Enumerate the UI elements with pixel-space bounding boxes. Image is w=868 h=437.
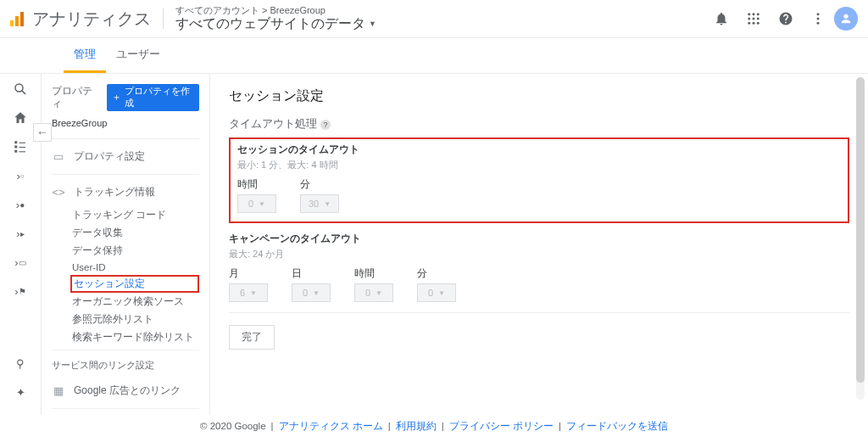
label-hour2: 時間 <box>354 267 393 280</box>
logo[interactable]: アナリティクス <box>10 8 151 31</box>
breadcrumb-small: すべてのアカウント > BreezeGroup <box>175 5 376 16</box>
footer-feedback[interactable]: フィードバックを送信 <box>566 420 668 433</box>
footer-terms[interactable]: 利用規約 <box>396 420 437 433</box>
help-dot-icon[interactable]: ? <box>320 120 331 130</box>
sidebar-item-tracking[interactable]: <>トラッキング情報 <box>42 178 209 206</box>
svg-point-13 <box>817 18 820 20</box>
svg-rect-23 <box>19 151 26 152</box>
session-timeout-hint: 最小: 1 分、最大: 4 時間 <box>237 159 841 171</box>
sub-user-id[interactable]: User-ID <box>42 260 209 275</box>
attribution-icon[interactable]: ⚲ <box>12 355 29 372</box>
label-min: 分 <box>300 178 339 191</box>
footer-home[interactable]: アナリティクス ホーム <box>279 420 383 433</box>
link-section-label: サービス間のリンク設定 <box>42 354 209 377</box>
behavior-icon[interactable]: ›▭ <box>12 254 29 271</box>
chevron-down-icon: ▼ <box>369 20 376 28</box>
campaign-timeout-title: キャンペーンのタイムアウト <box>229 232 849 246</box>
analytics-logo-icon <box>10 11 25 26</box>
session-timeout-title: セッションのタイムアウト <box>237 143 841 157</box>
subtabs: 管理 ユーザー <box>0 37 868 73</box>
app-title: アナリティクス <box>32 8 151 31</box>
svg-point-15 <box>843 14 848 19</box>
divider <box>163 8 164 29</box>
svg-rect-2 <box>20 12 24 26</box>
chevron-down-icon: ▼ <box>313 289 320 297</box>
acquisition-icon[interactable]: ›▸ <box>12 225 29 242</box>
tab-admin[interactable]: 管理 <box>64 38 106 73</box>
svg-point-7 <box>753 18 755 20</box>
breadcrumb[interactable]: すべてのアカウント > BreezeGroup すべてのウェブサイトのデータ▼ <box>175 5 376 31</box>
chevron-down-icon: ▼ <box>324 200 331 208</box>
campaign-month-dropdown[interactable]: 6▼ <box>229 283 268 302</box>
svg-point-6 <box>748 18 750 20</box>
done-button[interactable]: 完了 <box>229 325 275 350</box>
back-button[interactable]: ← <box>33 123 52 142</box>
scrollbar-thumb[interactable] <box>856 77 865 383</box>
settings-icon: ▭ <box>52 150 65 164</box>
bell-icon[interactable] <box>712 9 731 28</box>
sub-data-collection[interactable]: データ収集 <box>42 224 209 242</box>
svg-point-14 <box>817 22 820 25</box>
audience-icon[interactable]: ›● <box>12 196 29 213</box>
apps-icon[interactable] <box>744 9 763 28</box>
session-timeout-group: セッションのタイムアウト 最小: 1 分、最大: 4 時間 時間 0▼ 分 30… <box>229 137 849 223</box>
label-day: 日 <box>292 267 331 280</box>
customization-icon[interactable] <box>12 138 29 155</box>
sidebar-item-ads[interactable]: ▦Google 広告とのリンク <box>42 377 209 405</box>
sidebar-item-settings[interactable]: ▭プロパティ設定 <box>42 143 209 171</box>
session-min-dropdown[interactable]: 30▼ <box>300 194 339 213</box>
ads-icon: ▦ <box>52 384 65 398</box>
sub-session-settings[interactable]: セッション設定 <box>70 275 199 293</box>
svg-point-9 <box>748 22 750 25</box>
create-property-button[interactable]: ＋プロパティを作成 <box>107 84 199 111</box>
realtime-icon[interactable]: ›○ <box>12 167 29 184</box>
sub-tracking-code[interactable]: トラッキング コード <box>42 206 209 224</box>
label-month: 月 <box>229 267 268 280</box>
discover-icon[interactable]: ✦ <box>12 384 29 401</box>
more-icon[interactable] <box>809 9 827 28</box>
main: ›○ ›● ›▸ ›▭ ›⚑ ⚲ ✦ ← プロパティ ＋プロパティを作成 Bre… <box>0 73 868 429</box>
campaign-day-dropdown[interactable]: 0▼ <box>292 283 331 302</box>
svg-point-12 <box>817 13 820 15</box>
svg-rect-21 <box>19 143 26 143</box>
content: セッション設定 タイムアウト処理? セッションのタイムアウト 最小: 1 分、最… <box>210 74 868 429</box>
svg-rect-19 <box>14 146 17 148</box>
svg-point-4 <box>753 13 755 15</box>
property-name[interactable]: BreezeGroup <box>42 115 209 135</box>
campaign-timeout-group: キャンペーンのタイムアウト 最大: 24 か月 月 6▼ 日 0▼ 時間 0▼ … <box>229 223 849 313</box>
chevron-down-icon: ▼ <box>250 289 257 297</box>
code-icon: <> <box>52 186 65 199</box>
chevron-down-icon: ▼ <box>376 289 382 297</box>
copyright: © 2020 Google <box>200 421 266 431</box>
footer: © 2020 Google | アナリティクス ホーム | 利用規約 | プライ… <box>0 415 868 437</box>
label-hour: 時間 <box>237 178 276 191</box>
section-timeout: タイムアウト処理? <box>229 112 849 141</box>
search-icon[interactable] <box>12 81 29 98</box>
session-hour-dropdown[interactable]: 0▼ <box>237 194 276 213</box>
topbar: アナリティクス すべてのアカウント > BreezeGroup すべてのウェブサ… <box>0 0 868 37</box>
sub-data-retention[interactable]: データ保持 <box>42 242 209 260</box>
svg-rect-1 <box>15 16 19 26</box>
sub-organic-sources[interactable]: オーガニック検索ソース <box>42 293 209 311</box>
svg-line-17 <box>22 91 25 94</box>
campaign-hour-dropdown[interactable]: 0▼ <box>354 283 393 302</box>
conversions-icon[interactable]: ›⚑ <box>12 283 29 300</box>
footer-privacy[interactable]: プライバシー ポリシー <box>449 420 554 433</box>
home-icon[interactable] <box>12 109 29 126</box>
svg-point-10 <box>753 22 755 25</box>
campaign-timeout-hint: 最大: 24 か月 <box>229 248 849 261</box>
svg-point-5 <box>757 13 760 15</box>
campaign-min-dropdown[interactable]: 0▼ <box>417 283 456 302</box>
sub-keyword-exclusions[interactable]: 検索キーワード除外リスト <box>42 328 209 346</box>
help-icon[interactable] <box>776 9 795 28</box>
sub-referral-exclusions[interactable]: 参照元除外リスト <box>42 311 209 328</box>
svg-rect-20 <box>14 150 17 153</box>
avatar[interactable] <box>834 7 858 31</box>
tab-user[interactable]: ユーザー <box>106 38 170 73</box>
breadcrumb-large: すべてのウェブサイトのデータ▼ <box>175 16 376 31</box>
svg-rect-22 <box>19 147 26 148</box>
svg-rect-18 <box>14 141 17 143</box>
chevron-down-icon: ▼ <box>438 289 445 297</box>
svg-point-11 <box>757 22 760 25</box>
svg-point-8 <box>757 18 760 20</box>
